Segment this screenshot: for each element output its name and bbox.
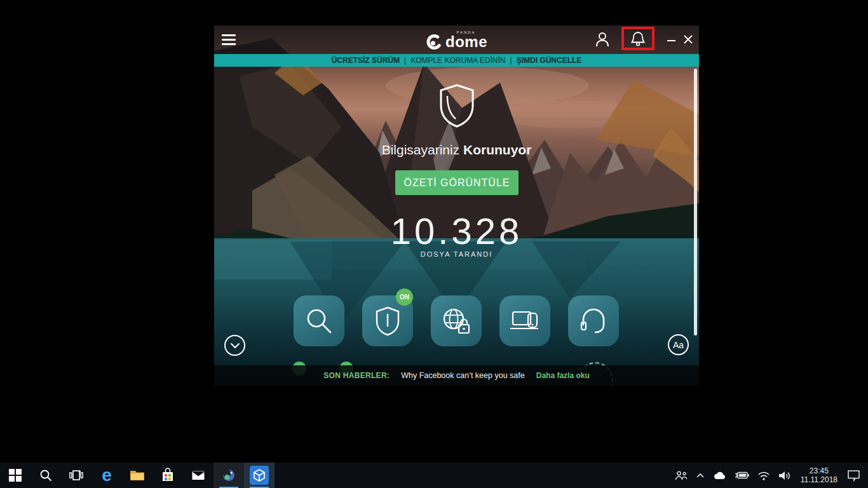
cube-app-icon — [250, 466, 269, 485]
hidden-icons-button[interactable] — [695, 471, 706, 480]
tray-date: 11.11.2018 — [801, 475, 837, 484]
protection-status: Bilgisayariniz Korunuyor — [214, 142, 699, 158]
scanned-files-caption: DOSYA TARANDI — [214, 250, 699, 258]
battery-button[interactable] — [733, 470, 750, 481]
start-button[interactable] — [0, 463, 31, 488]
windows-logo-icon — [9, 469, 22, 482]
taskbar-search-button[interactable] — [31, 463, 61, 488]
speaker-icon — [778, 470, 791, 481]
hero-section: Bilgisayariniz Korunuyor ÖZETİ GÖRÜNTÜLE… — [214, 25, 699, 386]
taskbar-cube-app-button[interactable] — [244, 463, 275, 488]
edge-icon: e — [102, 466, 112, 484]
antivirus-on-badge: ON — [396, 288, 413, 306]
quick-action-antivirus[interactable]: ON — [362, 295, 413, 346]
task-view-button[interactable] — [61, 463, 92, 488]
store-icon — [161, 468, 175, 483]
quick-action-web-protection[interactable] — [431, 295, 482, 346]
view-summary-button[interactable]: ÖZETİ GÖRÜNTÜLE — [395, 170, 519, 195]
chevron-up-icon — [696, 472, 705, 478]
scanned-files-count: 10.328 — [214, 210, 699, 252]
magnifier-icon — [304, 306, 334, 336]
read-more-link[interactable]: Daha fazla oku — [536, 371, 590, 380]
action-center-button[interactable] — [846, 468, 862, 483]
banner-separator: | — [510, 56, 512, 65]
close-button[interactable] — [680, 31, 696, 48]
protection-shield-icon — [438, 84, 475, 128]
minimize-icon — [667, 39, 676, 42]
taskbar-panda-dome-button[interactable] — [214, 463, 244, 488]
globe-lock-icon — [440, 306, 472, 336]
panda-brand-text: panda — [445, 30, 487, 34]
banner-middle-text: KOMPLE KORUMA EDİNİN — [410, 56, 505, 65]
wifi-button[interactable] — [756, 470, 771, 482]
task-view-icon — [69, 470, 83, 481]
news-bar: SON HABERLER: Why Facebook can’t keep yo… — [214, 365, 699, 386]
titlebar: panda dome — [214, 25, 699, 54]
devices-icon — [509, 307, 541, 335]
chevron-down-icon — [230, 342, 240, 349]
onedrive-button[interactable] — [712, 470, 728, 481]
expand-panel-button[interactable] — [224, 335, 245, 356]
cloud-icon — [713, 471, 726, 480]
close-icon — [683, 34, 693, 44]
clock[interactable]: 23:45 11.11.2018 — [801, 466, 837, 484]
app-logo: panda dome — [426, 30, 487, 51]
upgrade-banner[interactable]: ÜCRETSİZ SÜRÜM | KOMPLE KORUMA EDİNİN | … — [214, 54, 699, 67]
people-button[interactable] — [674, 470, 689, 482]
taskbar-apps: e — [0, 463, 275, 488]
person-icon — [595, 32, 609, 47]
logo-text: dome — [445, 33, 487, 51]
system-tray: 23:45 11.11.2018 — [674, 463, 868, 488]
notification-highlight-box — [621, 27, 654, 50]
store-button[interactable] — [153, 463, 183, 488]
panda-dome-icon — [219, 466, 238, 485]
tray-time: 23:45 — [810, 466, 829, 475]
folder-icon — [130, 469, 145, 482]
hamburger-menu-icon[interactable] — [222, 34, 236, 45]
edge-button[interactable]: e — [92, 463, 122, 488]
search-icon — [39, 469, 52, 482]
shield-icon — [373, 306, 402, 336]
bell-icon — [630, 30, 646, 47]
account-button[interactable] — [594, 31, 611, 48]
news-headline[interactable]: Why Facebook can’t keep you safe — [401, 371, 525, 380]
quick-action-support[interactable] — [568, 295, 619, 346]
volume-button[interactable] — [777, 469, 792, 482]
banner-free-version: ÜCRETSİZ SÜRÜM — [332, 56, 400, 65]
mail-button[interactable] — [183, 463, 214, 488]
action-center-icon — [847, 470, 860, 482]
battery-charging-icon — [735, 471, 749, 480]
headset-icon — [578, 306, 609, 336]
quick-action-devices[interactable] — [499, 295, 550, 346]
panda-dome-window: panda dome — [214, 25, 699, 386]
file-explorer-button[interactable] — [122, 463, 153, 488]
notifications-button[interactable] — [630, 30, 646, 47]
wifi-icon — [757, 471, 770, 480]
quick-action-scan[interactable] — [294, 295, 344, 346]
banner-separator: | — [404, 56, 406, 65]
minimize-button[interactable] — [663, 32, 680, 49]
windows-taskbar: e — [0, 463, 868, 488]
vertical-scrollbar[interactable] — [694, 69, 697, 336]
panda-swirl-icon — [426, 34, 442, 50]
mail-icon — [191, 470, 206, 481]
news-label: SON HABERLER: — [323, 371, 390, 380]
people-icon — [675, 471, 688, 480]
banner-update-now[interactable]: ŞIMDI GÜNCELLE — [517, 56, 582, 65]
font-size-button[interactable]: Aa — [668, 334, 689, 355]
